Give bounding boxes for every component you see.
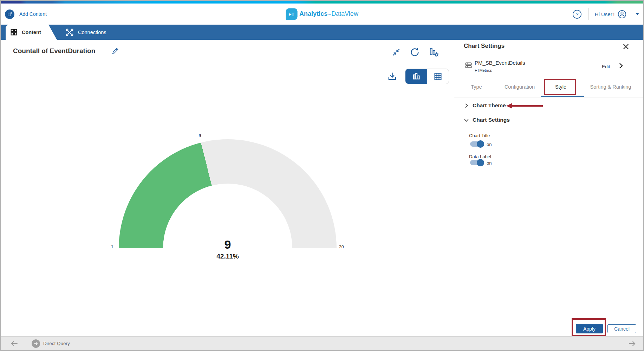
- table-grid-icon: [433, 72, 443, 81]
- header-right: ? Hi User1: [572, 8, 643, 20]
- app-window: Add Content FT Analytics ™ DataView ? Hi…: [0, 0, 644, 351]
- panel-title: Chart Settings: [464, 43, 505, 50]
- user-avatar-icon[interactable]: [618, 10, 626, 19]
- chart-pane: Countall of EventDuration: [1, 40, 454, 336]
- tab-connections-label: Connections: [78, 30, 106, 35]
- tab-type[interactable]: Type: [471, 84, 482, 90]
- gauge-min-label: 1: [111, 244, 113, 249]
- chart-view-button[interactable]: [405, 69, 427, 84]
- tab-style[interactable]: Style: [555, 84, 566, 90]
- forward-arrow-icon[interactable]: [627, 339, 637, 348]
- user-greeting: Hi User1: [595, 11, 615, 17]
- toggle-knob: [477, 159, 484, 166]
- collapse-icon[interactable]: [391, 47, 401, 57]
- status-label: Direct Query: [43, 341, 70, 346]
- help-button[interactable]: ?: [572, 9, 582, 19]
- tab-configuration[interactable]: Configuration: [505, 84, 535, 90]
- apply-button[interactable]: Apply: [576, 324, 603, 333]
- bar-chart-icon: [412, 72, 421, 81]
- brand-gradient-bar: [1, 1, 643, 4]
- dataset-source: FTMetrics: [475, 68, 492, 72]
- toggle-knob: [477, 140, 484, 148]
- gauge-percent: 42.11%: [119, 253, 337, 260]
- section-chart-settings-label: Chart Settings: [473, 117, 510, 123]
- dataset-name: PM_SB_EventDetails: [475, 60, 525, 66]
- tab-sorting-ranking[interactable]: Sorting & Ranking: [590, 84, 631, 90]
- gauge-max-label: 20: [339, 244, 344, 249]
- section-chart-settings[interactable]: Chart Settings: [463, 117, 510, 123]
- dataset-icon: [465, 62, 472, 70]
- logo-trademark: ™: [328, 13, 331, 16]
- chart-title-toggle-state: on: [487, 142, 492, 147]
- direct-query-icon: [32, 339, 40, 348]
- cancel-button[interactable]: Cancel: [607, 324, 636, 333]
- close-icon[interactable]: [623, 43, 629, 50]
- gauge-threshold-label: 9: [199, 133, 201, 138]
- status-bar: Direct Query: [1, 336, 643, 350]
- data-label-toggle[interactable]: [470, 160, 483, 165]
- chart-title-toggle[interactable]: [470, 141, 483, 147]
- chart-settings-icon[interactable]: [429, 47, 439, 57]
- tabs-divider: [454, 97, 643, 97]
- brand-logo: FT Analytics ™ DataView: [286, 8, 358, 20]
- annotation-arrow-chart-theme: [506, 102, 544, 111]
- download-icon[interactable]: [387, 71, 397, 82]
- edit-title-pencil-icon[interactable]: [111, 47, 119, 55]
- chart-title-toggle-label: Chart Title: [469, 133, 490, 138]
- edit-dataset-button[interactable]: Edit: [602, 64, 610, 69]
- refresh-icon[interactable]: [410, 47, 420, 57]
- chevron-right-icon[interactable]: [617, 62, 625, 70]
- gauge-chart: 9 1 20 9 42.11%: [119, 139, 337, 248]
- back-arrow-icon[interactable]: [10, 339, 19, 348]
- view-toggle-group: [405, 69, 449, 84]
- ft-logo-icon: FT: [286, 8, 297, 20]
- add-content-icon: [5, 9, 14, 19]
- header-divider: [588, 8, 588, 20]
- connections-icon: [65, 28, 74, 37]
- add-content-button[interactable]: Add Content: [1, 9, 47, 19]
- nav-tab-bar: Content Connections: [1, 25, 643, 40]
- grid-squares-icon: [10, 28, 18, 36]
- question-glyph: ?: [575, 11, 578, 17]
- chart-settings-panel: Chart Settings PM_SB_EventDetails FTMetr…: [454, 40, 643, 336]
- section-chart-theme[interactable]: Chart Theme: [463, 102, 506, 109]
- chevron-down-icon: [463, 117, 469, 123]
- chevron-right-icon: [463, 103, 469, 109]
- add-content-label: Add Content: [19, 11, 47, 17]
- tab-content-label: Content: [22, 30, 41, 35]
- logo-product: DataView: [331, 10, 358, 17]
- data-label-toggle-state: on: [487, 160, 492, 166]
- gauge-value: 9: [119, 238, 337, 251]
- logo-brand: Analytics: [299, 10, 327, 17]
- table-view-button[interactable]: [427, 69, 449, 84]
- active-tab-underline: [541, 96, 584, 97]
- app-header: Add Content FT Analytics ™ DataView ? Hi…: [1, 4, 643, 25]
- chart-title: Countall of EventDuration: [13, 47, 95, 55]
- data-label-toggle-label: Data Label: [469, 154, 491, 159]
- tab-connections[interactable]: Connections: [65, 25, 106, 40]
- section-chart-theme-label: Chart Theme: [473, 102, 506, 109]
- user-menu-caret-icon[interactable]: [636, 13, 639, 15]
- tab-content[interactable]: Content: [6, 25, 57, 40]
